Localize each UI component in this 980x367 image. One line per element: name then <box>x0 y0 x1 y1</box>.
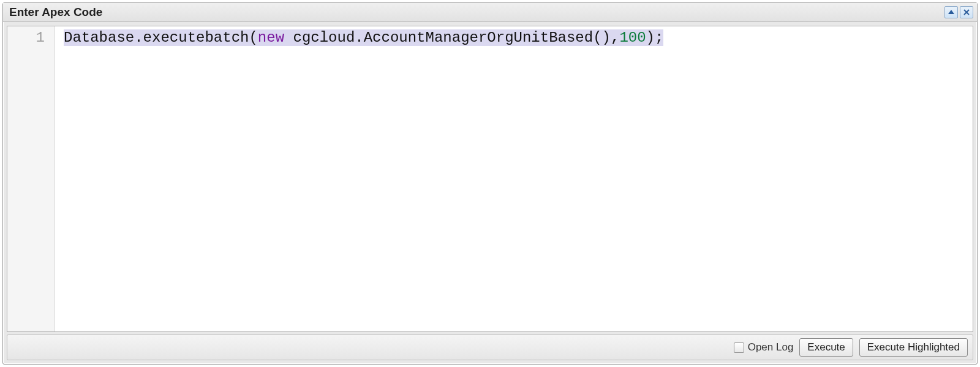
execute-button[interactable]: Execute <box>799 338 853 357</box>
code-text: ); <box>646 29 664 46</box>
code-area[interactable]: Database.executebatch(new cgcloud.Accoun… <box>55 26 973 331</box>
chevron-up-icon <box>948 9 955 15</box>
close-button[interactable] <box>960 6 973 18</box>
keyword-new: new <box>258 29 284 46</box>
collapse-button[interactable] <box>944 6 958 18</box>
code-text: cgcloud.AccountManagerOrgUnitBased(), <box>284 29 619 46</box>
window-title: Enter Apex Code <box>9 6 102 19</box>
window-controls <box>944 6 973 18</box>
line-gutter: 1 <box>7 26 55 331</box>
open-log-label: Open Log <box>748 341 794 354</box>
apex-code-window: Enter Apex Code 1 Database.executebatch(… <box>2 2 978 365</box>
close-icon <box>963 9 970 16</box>
execute-highlighted-button[interactable]: Execute Highlighted <box>859 338 968 357</box>
titlebar: Enter Apex Code <box>3 3 977 22</box>
code-text: Database.executebatch( <box>64 29 258 46</box>
line-number: 1 <box>7 29 55 47</box>
number-literal: 100 <box>619 29 646 46</box>
footer-toolbar: Open Log Execute Execute Highlighted <box>7 335 973 360</box>
code-selection: Database.executebatch(new cgcloud.Accoun… <box>64 29 663 46</box>
code-editor[interactable]: 1 Database.executebatch(new cgcloud.Acco… <box>7 26 973 332</box>
checkbox-icon <box>734 342 744 353</box>
svg-marker-0 <box>948 10 954 14</box>
open-log-checkbox[interactable]: Open Log <box>734 341 794 354</box>
